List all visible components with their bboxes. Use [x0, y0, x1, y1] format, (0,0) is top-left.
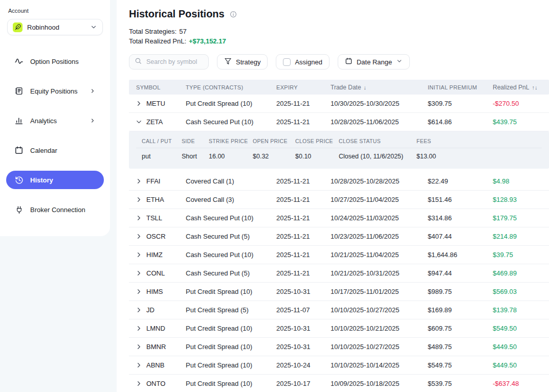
expiry-cell: 2025-11-21 — [276, 100, 331, 107]
leg-header-cell: STRIKE PRICE — [209, 138, 253, 144]
table-row[interactable]: LMNDPut Credit Spread (10)2025-10-3110/1… — [129, 319, 549, 338]
initial-premium-cell: $169.89 — [428, 306, 493, 314]
assigned-checkbox[interactable] — [283, 58, 291, 66]
table-row[interactable]: METUPut Credit Spread (10)2025-11-2110/3… — [129, 95, 549, 113]
leg-header-row: CALL / PUTSIDESTRIKE PRICEOPEN PRICECLOS… — [129, 134, 549, 148]
leg-header-cell: SIDE — [182, 138, 209, 144]
chevron-down-icon[interactable] — [135, 118, 143, 126]
chevron-right-icon[interactable] — [135, 269, 143, 277]
header-initial-premium: INITIAL PREMIUM — [428, 84, 493, 90]
trade-date-cell: 10/10/2025-10/27/2025 — [331, 306, 428, 314]
plug-icon — [14, 205, 24, 214]
search-input[interactable] — [145, 58, 203, 66]
symbol-text: JD — [146, 306, 155, 314]
chevron-right-icon[interactable] — [135, 380, 143, 387]
table-body: METUPut Credit Spread (10)2025-11-2110/3… — [129, 95, 549, 392]
table-header-row: SYMBOL TYPE (CONTRACTS) EXPIRY Trade Dat… — [129, 80, 549, 95]
sidebar-item-option-positions[interactable]: Option Positions — [6, 52, 104, 71]
chevron-right-icon[interactable] — [135, 100, 143, 107]
symbol-cell: HIMZ — [129, 251, 186, 259]
initial-premium-cell: $947.44 — [428, 269, 493, 277]
chevron-right-icon[interactable] — [135, 177, 143, 185]
trade-date-cell: 10/28/2025-11/06/2025 — [331, 118, 428, 126]
expanded-leg-table: CALL / PUTSIDESTRIKE PRICEOPEN PRICECLOS… — [129, 131, 549, 169]
symbol-cell: ETHA — [129, 196, 186, 203]
table-row[interactable]: OSCRCash Secured Put (5)2025-11-2110/23/… — [129, 227, 549, 246]
leg-header-cell: CALL / PUT — [142, 138, 182, 144]
leg-fees-cell: $13.00 — [416, 153, 549, 160]
date-range-button[interactable]: Date Range — [338, 54, 410, 70]
realized-pnl-cell: -$637.48 — [493, 380, 549, 387]
realized-pnl-cell: $439.75 — [493, 118, 549, 126]
chevron-right-icon[interactable] — [135, 361, 143, 369]
sidebar-item-broker-connection[interactable]: Broker Connection — [6, 200, 104, 219]
header-trade-date[interactable]: Trade Date ↓ — [331, 84, 428, 91]
chevron-right-icon[interactable] — [135, 233, 143, 240]
symbol-search[interactable] — [129, 54, 209, 70]
header-realized-pnl[interactable]: Realized PnL ↑↓ — [493, 84, 549, 91]
sidebar-item-history[interactable]: History — [6, 171, 104, 189]
symbol-cell: ZETA — [129, 118, 186, 126]
account-selector[interactable]: Robinhood — [7, 19, 103, 35]
chevron-right-icon[interactable] — [135, 325, 143, 332]
type-cell: Covered Call (1) — [186, 177, 276, 185]
sidebar-item-calendar[interactable]: Calendar — [6, 141, 104, 159]
type-cell: Put Credit Spread (10) — [186, 380, 276, 387]
filter-bar: Strategy Assigned Date Range — [129, 54, 549, 70]
table-row[interactable]: ETHACovered Call (3)2025-11-2110/27/2025… — [129, 191, 549, 209]
table-row[interactable]: HIMSPut Credit Spread (10)2025-10-3110/1… — [129, 283, 549, 301]
initial-premium-cell: $539.75 — [428, 380, 493, 387]
info-icon[interactable] — [230, 11, 237, 18]
chevron-right-icon[interactable] — [135, 196, 143, 203]
trade-date-cell: 10/21/2025-10/31/2025 — [331, 269, 428, 277]
total-strategies-label: Total Strategies: — [129, 27, 177, 36]
expiry-cell: 2025-10-31 — [276, 288, 331, 295]
expiry-cell: 2025-11-21 — [276, 251, 331, 259]
pulse-icon — [14, 57, 24, 66]
leg-header-cell: FEES — [416, 138, 549, 144]
ledger-icon — [14, 86, 24, 96]
type-cell: Put Credit Spread (10) — [186, 361, 276, 369]
expiry-cell: 2025-10-31 — [276, 325, 331, 332]
strategy-filter-button[interactable]: Strategy — [217, 54, 268, 70]
realized-pnl-cell: $39.75 — [493, 251, 549, 259]
sidebar-item-equity-positions[interactable]: Equity Positions — [6, 82, 104, 100]
expiry-cell: 2025-11-21 — [276, 118, 331, 126]
expiry-cell: 2025-10-31 — [276, 343, 331, 351]
search-icon — [135, 57, 142, 66]
table-row[interactable]: ZETACash Secured Put (10)2025-11-2110/28… — [129, 113, 549, 131]
type-cell: Put Credit Spread (10) — [186, 100, 276, 107]
realized-pnl-cell: $4.98 — [493, 177, 549, 185]
chevron-right-icon[interactable] — [135, 251, 143, 259]
table-row[interactable]: ONTOPut Credit Spread (10)2025-10-1710/0… — [129, 375, 549, 392]
table-row[interactable]: JDPut Credit Spread (5)2025-11-0710/10/2… — [129, 301, 549, 319]
symbol-text: FFAI — [146, 177, 160, 185]
chevron-right-icon[interactable] — [135, 288, 143, 295]
table-row[interactable]: ABNBPut Credit Spread (10)2025-10-2410/1… — [129, 356, 549, 375]
chevron-right-icon[interactable] — [135, 306, 143, 314]
expiry-cell: 2025-11-21 — [276, 196, 331, 203]
table-row[interactable]: HIMZCash Secured Put (10)2025-11-2110/21… — [129, 246, 549, 264]
table-row[interactable]: BMNRPut Credit Spread (10)2025-10-3110/1… — [129, 338, 549, 356]
expiry-cell: 2025-11-21 — [276, 177, 331, 185]
table-row[interactable]: TSLLCash Secured Put (10)2025-11-2110/24… — [129, 209, 549, 227]
symbol-text: ONTO — [146, 380, 165, 387]
chevron-right-icon[interactable] — [135, 214, 143, 222]
table-row[interactable]: FFAICovered Call (1)2025-11-2110/28/2025… — [129, 172, 549, 191]
chevron-right-icon[interactable] — [135, 343, 143, 351]
page-header: Historical Positions — [129, 7, 549, 20]
header-type: TYPE (CONTRACTS) — [186, 84, 276, 90]
symbol-cell: ONTO — [129, 380, 186, 387]
symbol-cell: BMNR — [129, 343, 186, 351]
symbol-text: ZETA — [146, 118, 163, 126]
table-row[interactable]: CONLCash Secured Put (5)2025-11-2110/21/… — [129, 264, 549, 283]
realized-pnl-cell: $128.93 — [493, 196, 549, 203]
trade-date-cell: 10/09/2025-10/18/2025 — [331, 380, 428, 387]
sidebar-item-analytics[interactable]: Analytics — [6, 111, 104, 130]
assigned-filter-button[interactable]: Assigned — [276, 54, 329, 70]
symbol-text: ABNB — [146, 361, 164, 369]
sort-both-icon: ↑↓ — [532, 84, 537, 90]
chevron-right-icon — [90, 118, 96, 124]
type-cell: Put Credit Spread (5) — [186, 306, 276, 314]
symbol-text: TSLL — [146, 214, 162, 222]
